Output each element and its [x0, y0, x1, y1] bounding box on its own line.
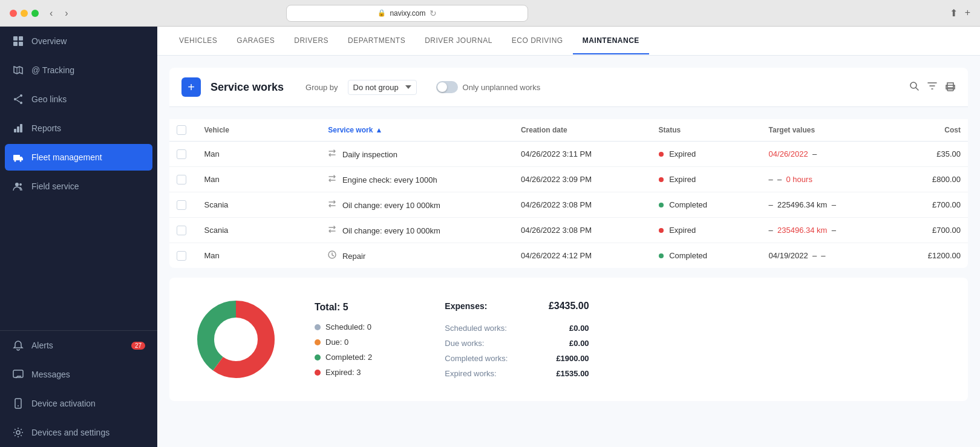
add-service-work-button[interactable]: + [181, 77, 201, 97]
browser-chrome: ‹ › 🔒 navixy.com ↻ ⬆ + [0, 0, 980, 27]
select-all-checkbox[interactable] [177, 125, 186, 135]
app: Overview @ Tracking Geo links Reports Fl [0, 27, 980, 447]
sidebar-item-reports[interactable]: Reports [0, 114, 157, 143]
reload-icon[interactable]: ↻ [430, 8, 437, 18]
svg-line-8 [16, 100, 20, 102]
sidebar-item-field-service[interactable]: Field service [0, 172, 157, 201]
group-by-select[interactable]: Do not group [348, 80, 417, 95]
address-bar[interactable]: 🔒 navixy.com ↻ [286, 5, 528, 22]
cell-creation-date: 04/26/2022 3:08 PM [514, 218, 652, 243]
legend-expired: Expired: 3 [315, 368, 372, 377]
sidebar-item-fleet[interactable]: Fleet management [5, 144, 152, 171]
legend: Scheduled: 0 Due: 0 Completed: 2 Ex [315, 322, 372, 377]
cell-service-work: Daily inspection [321, 142, 514, 167]
svg-point-13 [15, 160, 16, 162]
svg-line-22 [916, 88, 918, 90]
status-dot [659, 177, 664, 182]
bell-icon [12, 339, 24, 351]
filter-icon[interactable] [927, 80, 938, 94]
sidebar-item-geo-links[interactable]: Geo links [0, 85, 157, 114]
summary-legend: Total: 5 Scheduled: 0 Due: 0 Complete [315, 302, 372, 377]
service-icon [328, 252, 336, 261]
cell-cost: £800.00 [899, 167, 968, 192]
print-icon[interactable] [945, 80, 956, 94]
row-checkbox[interactable] [177, 251, 186, 261]
tab-garages[interactable]: GARAGES [227, 28, 284, 54]
svg-rect-2 [13, 42, 18, 46]
completed-works-value: £1900.00 [556, 354, 589, 363]
dot-green[interactable] [31, 10, 39, 17]
share-icon[interactable]: ⬆ [950, 7, 958, 19]
sidebar-item-overview[interactable]: Overview [0, 27, 157, 56]
cell-creation-date: 04/26/2022 4:12 PM [514, 243, 652, 269]
row-checkbox[interactable] [177, 200, 186, 210]
service-works-actions [909, 80, 956, 94]
svg-rect-1 [19, 36, 23, 41]
cell-status: Completed [652, 243, 762, 269]
grid-icon [12, 35, 24, 47]
legend-scheduled: Scheduled: 0 [315, 322, 372, 331]
row-checkbox[interactable] [177, 175, 186, 184]
table-row[interactable]: Scania Oil change: every 10 000km 04/26/… [169, 218, 968, 243]
back-button[interactable]: ‹ [46, 7, 56, 20]
table-row[interactable]: Man Engine check: every 1000h 04/26/2022… [169, 167, 968, 192]
row-checkbox[interactable] [177, 226, 186, 235]
tab-drivers[interactable]: DRIVERS [284, 28, 338, 54]
cell-cost: £700.00 [899, 192, 968, 218]
row-checkbox[interactable] [177, 149, 186, 159]
alerts-badge: 27 [131, 342, 145, 350]
svg-point-27 [215, 318, 257, 361]
completed-dot [315, 354, 321, 361]
tab-maintenance[interactable]: MAINTENANCE [573, 28, 649, 54]
sidebar-item-device-activation[interactable]: Device activation [0, 389, 157, 418]
new-tab-icon[interactable]: + [965, 7, 970, 19]
cell-cost: £1200.00 [899, 243, 968, 269]
unplanned-toggle[interactable] [436, 81, 458, 93]
svg-rect-10 [17, 126, 19, 132]
cell-service-work: Oil change: every 10 000km [321, 218, 514, 243]
sort-up-icon[interactable]: ▲ [375, 126, 382, 134]
top-nav: VEHICLES GARAGES DRIVERS DEPARTMENTS DRI… [157, 27, 980, 56]
summary-total: Total: 5 [315, 302, 372, 313]
col-header-service-work[interactable]: Service work ▲ [321, 119, 514, 142]
cell-vehicle: Man [197, 142, 321, 167]
table-row[interactable]: Man Daily inspection 04/26/2022 3:11 PM … [169, 142, 968, 167]
cell-vehicle: Man [197, 243, 321, 269]
due-label: Due: 0 [325, 338, 348, 347]
message-icon [12, 368, 24, 380]
svg-point-6 [14, 98, 16, 100]
svg-rect-18 [15, 399, 21, 408]
svg-rect-9 [14, 129, 16, 132]
tab-departments[interactable]: DEPARTMENTS [338, 28, 415, 54]
expenses-section: Expenses: £3435.00 Scheduled works: £0.0… [445, 301, 589, 378]
status-dot [659, 228, 664, 233]
tab-vehicles[interactable]: VEHICLES [169, 28, 227, 54]
cell-target-values: 04/26/2022 – [762, 142, 900, 167]
cell-target-values: 04/19/2022 – – [762, 243, 900, 269]
search-icon[interactable] [909, 80, 920, 94]
col-header-cost: Cost [899, 119, 968, 142]
browser-dots [10, 10, 39, 17]
sidebar-item-devices-settings[interactable]: Devices and settings [0, 418, 157, 447]
sidebar-item-alerts[interactable]: Alerts 27 [0, 331, 157, 360]
dot-red[interactable] [10, 10, 17, 17]
svg-rect-3 [19, 42, 23, 46]
service-works-table: Vehicle Service work ▲ Creation date Sta… [169, 119, 968, 268]
main-content: VEHICLES GARAGES DRIVERS DEPARTMENTS DRI… [157, 27, 980, 447]
tab-eco-driving[interactable]: ECO DRIVING [502, 28, 573, 54]
device-icon [12, 397, 24, 409]
table-row[interactable]: Man Repair 04/26/2022 4:12 PM Completed … [169, 243, 968, 269]
sidebar-reports-label: Reports [31, 123, 61, 133]
dot-yellow[interactable] [21, 10, 28, 17]
summary-section: Total: 5 Scheduled: 0 Due: 0 Complete [169, 278, 968, 401]
cell-vehicle: Scania [197, 218, 321, 243]
forward-button[interactable]: › [61, 7, 71, 20]
expenses-value: £3435.00 [549, 301, 589, 312]
tab-driver-journal[interactable]: DRIVER JOURNAL [415, 28, 502, 54]
sidebar-item-tracking[interactable]: @ Tracking [0, 56, 157, 85]
service-works-header: + Service works Group by Do not group On… [169, 68, 968, 107]
table-row[interactable]: Scania Oil change: every 10 000km 04/26/… [169, 192, 968, 218]
col-header-vehicle: Vehicle [197, 119, 321, 142]
svg-point-16 [19, 183, 22, 186]
sidebar-item-messages[interactable]: Messages [0, 360, 157, 389]
